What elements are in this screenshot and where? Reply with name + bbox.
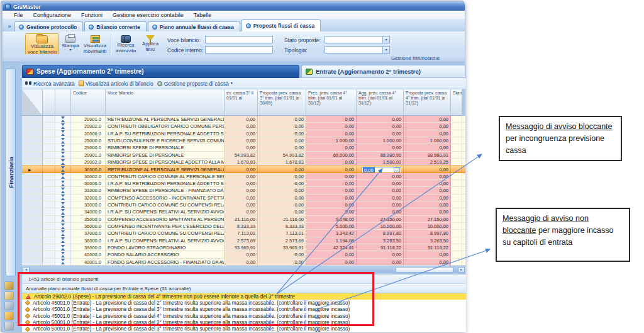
tipologia-select[interactable]: ▾ (325, 46, 390, 54)
row-selector-cell[interactable] (22, 187, 43, 193)
row-selector-cell[interactable] (22, 144, 43, 150)
tool-printer-icon[interactable] (4, 302, 14, 310)
voce-bilancio-label: Voce bilancio: (167, 37, 200, 43)
codice-interno-input[interactable] (205, 46, 273, 54)
horizontal-scrollbar[interactable]: ◂ ▸ (22, 266, 465, 273)
column-header[interactable] (43, 89, 55, 116)
scrollbar-thumb[interactable] (396, 267, 453, 273)
table-row[interactable]: 30000.0RETRIBUZIONE AL PERSONALE SERVIZI… (22, 166, 465, 172)
scroll-right-button[interactable]: ▸ (458, 267, 465, 273)
anomaly-row[interactable]: Articolo 45001.0 (Entrate) - La previsio… (22, 307, 466, 313)
table-row[interactable]: 38000.0I.R.A.P. SU COMPENSI RELATIVI AL … (22, 237, 465, 244)
table-row[interactable]: 31000.0RIMBORSI SPESE DI PERSONALE - FIN… (22, 187, 465, 194)
row-selector-cell[interactable] (22, 244, 43, 251)
column-header-agg-4trim[interactable]: Agg. prev. cassa 4° trim. (dal 01/01 al … (357, 89, 404, 116)
table-row[interactable]: 36000.0COMPENSO INCENTIVANTE PER L'ESERC… (22, 223, 465, 230)
table-row[interactable]: 40001.0FONDO SALARIO ACCESSORIO - FINANZ… (22, 259, 465, 266)
tool-folder-icon[interactable] (4, 312, 14, 320)
voce-bilancio-input[interactable] (205, 36, 273, 43)
row-selector-cell[interactable] (22, 166, 43, 172)
table-row[interactable]: 37000.0CONTRIBUTI CARICO COMUNE SU COMPE… (22, 230, 465, 237)
cell-editor-value[interactable]: 0,00 (363, 167, 375, 172)
agg-cassa-edit-cell[interactable]: 0,00... (357, 166, 404, 172)
subtoolbar-gestione-proposte[interactable]: Gestione proposte di cassa ▾ (157, 81, 233, 87)
column-header-proposta-4trim[interactable]: Proposta prev. cassa 4° trim. (dal 01/01… (404, 89, 451, 116)
table-row[interactable]: 29000.0RIMBORSI SPESE DI PERSONALE0,000,… (22, 144, 465, 151)
cell-editor[interactable]: 0,00... (362, 167, 401, 172)
column-header-prev-cassa-3trim[interactable]: ev. cassa 3° il 01/01 al (225, 89, 258, 116)
column-header[interactable] (55, 89, 71, 116)
tool-archive-icon[interactable] (4, 322, 14, 330)
tab-bilancio-corrente[interactable]: Bilancio corrente (84, 21, 146, 31)
tab-proposte-flussi[interactable]: Proposte flussi di cassa (242, 20, 321, 31)
table-row[interactable]: 30006.0I.R.A.P. SU RETRIBUZIONI PERSONAL… (22, 180, 465, 187)
row-selector-cell[interactable] (22, 223, 43, 229)
anomaly-row[interactable]: Articolo 45001.0 (Entrate) - La previsio… (22, 313, 466, 319)
column-header-proposta-3trim[interactable]: Proposta prev. cassa 3° trim. (dal 01/01… (258, 89, 306, 116)
row-selector-cell[interactable] (22, 216, 43, 222)
table-row[interactable]: 32000.0COMPENSO ACCESSORIO - INCENTIVANT… (22, 195, 465, 201)
menu-gestione-esercizio[interactable]: Gestione esercizio contabile (108, 12, 189, 18)
cell-editor-ellipsis-button[interactable]: ... (394, 167, 400, 172)
column-header-stanziamento[interactable]: Stanz (451, 89, 462, 116)
stato-proposte-select[interactable]: ▾ (325, 36, 390, 43)
chevron-down-icon[interactable]: ▾ (382, 37, 389, 43)
row-selector-cell[interactable] (22, 230, 43, 236)
gestione-filtri-link[interactable]: Gestione filtri/ricerche (391, 55, 440, 61)
menu-file[interactable]: File (9, 12, 28, 18)
tab-overflow-button[interactable]: » (4, 23, 14, 31)
table-row[interactable]: 30002.0CONTRIBUTI CARICO COMUNE AL PERSO… (22, 173, 465, 180)
subtoolbar-ricerca-avanzata[interactable]: Ricerca avanzata (25, 81, 75, 87)
row-selector-cell[interactable] (22, 116, 43, 122)
column-header-codice[interactable]: Codice (71, 89, 106, 116)
menu-tabelle[interactable]: Tabelle (189, 12, 217, 18)
table-row[interactable]: 29001.0RIMBORSI SPESE DI PERSONALE54.993… (22, 152, 465, 159)
table-row[interactable]: 33000.0CONTRIBUTI CARICO COMUNE SU COMPE… (22, 201, 465, 208)
tool-marker-icon[interactable] (4, 281, 14, 290)
row-selector-cell[interactable] (22, 137, 43, 144)
row-selector-cell[interactable] (22, 208, 43, 215)
row-selector-cell[interactable] (22, 251, 43, 257)
chevron-down-icon[interactable]: ▾ (382, 47, 389, 53)
table-row[interactable]: 40000.0FONDO SALARIO ACCESSORIO0,000,000… (22, 251, 465, 258)
subtoolbar-visualizza-articolo[interactable]: Visualizza articolo di bilancio (79, 81, 153, 87)
column-header-voce-bilancio[interactable]: Voce bilancio (106, 89, 225, 116)
entrate-panel-header[interactable]: Entrate (Aggiornamento 2° trimestre) (301, 65, 466, 78)
row-selector-cell[interactable] (22, 195, 43, 201)
select-all-corner[interactable] (22, 89, 43, 116)
value-cell: 0,00 (258, 195, 306, 201)
menu-configurazione[interactable]: Configurazione (28, 12, 77, 18)
table-row[interactable]: 34000.0I.R.A.P. SU COMPENSI RELATIVI AL … (22, 208, 465, 215)
anomaly-row[interactable]: Articolo 50001.0 (Entrate) - La previsio… (22, 325, 466, 332)
row-selector-cell[interactable] (22, 152, 43, 158)
table-row[interactable]: 20006.0I.R.A.P. SU RETRIBUZIONI PERSONAL… (22, 130, 465, 137)
tab-piano-annuale-flussi[interactable]: Piano annuale flussi di cassa (148, 21, 240, 31)
tool-pencil-icon[interactable] (4, 291, 14, 300)
scroll-left-button[interactable]: ◂ (23, 267, 30, 273)
spese-panel-header[interactable]: Spese (Aggiornamento 2° trimestre) (22, 65, 299, 78)
row-selector-cell[interactable] (22, 259, 43, 265)
table-row[interactable]: 20002.0CONTRIBUTI OBBLIGATORI CARICO COM… (22, 123, 465, 130)
anomalies-panel-header[interactable]: Anomalie piano annuale flussi di cassa p… (22, 283, 466, 293)
anomaly-row[interactable]: Articolo 29002.0 (Spese) - La previsione… (22, 293, 466, 300)
menu-funzioni[interactable]: Funzioni (76, 12, 108, 18)
row-indicator-cell (43, 137, 55, 144)
codice-cell: 29002.0 (71, 159, 106, 165)
row-selector-cell[interactable] (22, 180, 43, 186)
row-selector-cell[interactable] (22, 130, 43, 137)
row-selector-cell[interactable] (22, 123, 43, 129)
table-row[interactable]: 35000.0COMPENSO ACCESSORIO SPETTANTE AL … (22, 216, 465, 223)
column-header-prec-4trim[interactable]: Prec. prev. cassa 4° trim. (dal 01/01 al… (306, 89, 357, 116)
table-row[interactable]: 29002.0RIMBORSI SPESE DI PERSONALE ADDET… (22, 159, 465, 166)
anomaly-row[interactable]: Articolo 45001.0 (Entrate) - La previsio… (22, 300, 466, 306)
row-selector-cell[interactable] (22, 159, 43, 165)
table-row[interactable]: 25000.0STUDI,CONSULENZE E RICERCHE SERVI… (22, 137, 465, 144)
sidebar-tab-finanziaria[interactable]: Finanziaria (6, 69, 16, 276)
row-selector-cell[interactable] (22, 201, 43, 208)
anomaly-row[interactable]: Articolo 50001.0 (Entrate) - La previsio… (22, 319, 466, 325)
table-row[interactable]: 20001.0RETRIBUZIONE AL PERSONALE SERVIZI… (22, 116, 465, 123)
table-row[interactable]: 39000.0FONDO LAVORO STRAORDINARIO33.965,… (22, 244, 465, 251)
row-selector-cell[interactable] (22, 237, 43, 244)
row-selector-cell[interactable] (22, 173, 43, 179)
tab-gestione-protocollo[interactable]: Gestione protocollo (14, 21, 83, 31)
